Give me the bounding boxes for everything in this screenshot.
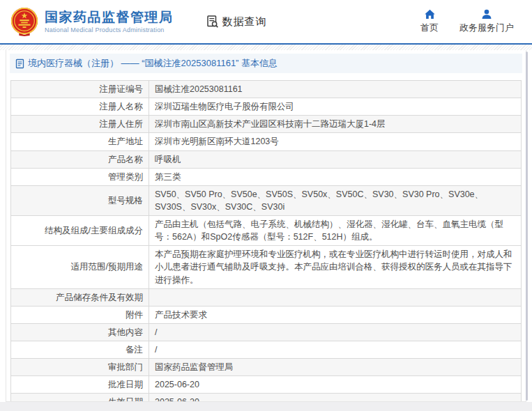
row-value: 深圳市光明新区南环大道1203号: [149, 133, 522, 150]
row-value-text: 第三类: [155, 172, 181, 182]
row-label-text: 审批部门: [108, 362, 143, 372]
row-label-text: 结构及组成/主要组成成分: [45, 226, 143, 235]
row-label: 结构及组成/主要组成成分: [11, 216, 149, 246]
row-label-text: 备注: [126, 345, 143, 355]
row-label-text: 附件: [126, 310, 143, 320]
row-value: [149, 288, 522, 306]
home-icon: [424, 9, 436, 20]
row-label: 注册人住所: [11, 116, 149, 133]
row-label-text: 生效日期: [108, 397, 143, 402]
row-label-text: 生产地址: [108, 137, 143, 146]
table-row: 产品储存条件及有效期: [11, 288, 522, 306]
header-nav: 首页 政务服务门户: [420, 9, 514, 34]
footer-strip: [0, 402, 532, 411]
row-label-text: 型号规格: [108, 196, 143, 206]
row-label-text: 批准日期: [108, 380, 143, 389]
row-label-text: 注册人住所: [100, 119, 144, 129]
row-value-text: 呼吸机: [155, 155, 181, 164]
row-value: 国家药品监督管理局: [149, 359, 522, 376]
table-row: 审批部门国家药品监督管理局: [11, 359, 522, 376]
row-label-text: 产品名称: [108, 155, 143, 164]
table-row: 其他内容/: [11, 323, 522, 341]
hatch-strip: [0, 45, 532, 50]
table-row: 生产地址深圳市光明新区南环大道1203号: [11, 133, 522, 150]
row-value-text: /: [155, 327, 157, 337]
nav-home-label: 首页: [420, 22, 439, 34]
row-value: 本产品预期在家庭护理环境和专业医疗机构，或在专业医疗机构中进行转运时使用，对成人…: [149, 246, 522, 288]
registration-info-table: 注册证编号国械注准20253081161注册人名称深圳迈瑞生物医疗电子股份有限公…: [10, 80, 522, 402]
row-value-text: 深圳市光明新区南环大道1203号: [155, 137, 279, 146]
row-label: 备注: [11, 341, 149, 359]
table-row: 管理类别第三类: [11, 168, 522, 185]
row-label-text: 其他内容: [108, 327, 143, 337]
row-value-text: /: [155, 345, 157, 355]
table-row: 批准日期2025-06-20: [11, 376, 522, 394]
row-label-text: 注册证编号: [100, 84, 144, 94]
info-table-body: 注册证编号国械注准20253081161注册人名称深圳迈瑞生物医疗电子股份有限公…: [11, 81, 522, 403]
row-label: 注册人名称: [11, 98, 149, 116]
nav-gov-portal-label: 政务服务门户: [459, 22, 514, 34]
row-label-text: 适用范围/预期用途: [71, 262, 143, 272]
vertical-scrollbar[interactable]: [526, 52, 528, 401]
row-label: 管理类别: [11, 168, 149, 185]
table-row: 产品名称呼吸机: [11, 150, 522, 168]
row-label: 适用范围/预期用途: [11, 246, 149, 288]
row-label-text: 管理类别: [108, 172, 143, 182]
row-label: 审批部门: [11, 359, 149, 376]
row-value: /: [149, 341, 522, 359]
user-icon: [481, 9, 492, 20]
row-value: 2025-06-20: [149, 394, 522, 402]
data-query-button[interactable]: 数据查询: [206, 15, 267, 29]
site-subtitle: National Medical Products Administration: [45, 26, 174, 33]
site-title: 国家药品监督管理局: [45, 10, 174, 25]
table-row: 注册人名称深圳迈瑞生物医疗电子股份有限公司: [11, 98, 522, 116]
nav-item-gov-portal[interactable]: 政务服务门户: [459, 9, 514, 34]
table-row: 注册证编号国械注准20253081161: [11, 81, 522, 98]
row-value-text: 产品技术要求: [155, 310, 207, 320]
document-icon: [15, 59, 24, 69]
row-label: 其他内容: [11, 323, 149, 341]
data-query-icon: [206, 15, 220, 29]
row-value-text: 2025-06-20: [155, 397, 199, 402]
row-value: SV50、SV50 Pro、SV50e、SV50S、SV50x、SV50C、SV…: [149, 185, 522, 215]
table-row: 适用范围/预期用途本产品预期在家庭护理环境和专业医疗机构，或在专业医疗机构中进行…: [11, 246, 522, 288]
row-value: 深圳迈瑞生物医疗电子股份有限公司: [149, 98, 522, 116]
row-value-text: 2025-06-20: [155, 380, 199, 389]
row-label: 产品名称: [11, 150, 149, 168]
row-value-text: 深圳迈瑞生物医疗电子股份有限公司: [155, 102, 294, 111]
row-label: 生产地址: [11, 133, 149, 150]
table-row: 备注/: [11, 341, 522, 359]
row-label: 生效日期: [11, 394, 149, 402]
row-value: 国械注准20253081161: [149, 81, 522, 98]
row-value: 2025-06-20: [149, 376, 522, 394]
row-value: 产品技术要求: [149, 306, 522, 323]
row-label-text: 注册人名称: [100, 102, 144, 111]
row-value: 呼吸机: [149, 150, 522, 168]
row-label: 附件: [11, 306, 149, 323]
row-value: 深圳市南山区高新技术产业园区科技南十二路迈瑞大厦1-4层: [149, 116, 522, 133]
table-row: 型号规格SV50、SV50 Pro、SV50e、SV50S、SV50x、SV50…: [11, 185, 522, 215]
national-emblem-logo: [10, 7, 39, 36]
row-label: 注册证编号: [11, 81, 149, 98]
data-query-label: 数据查询: [222, 15, 267, 29]
page-header: 国家药品监督管理局 National Medical Products Admi…: [0, 0, 532, 43]
row-label: 产品储存条件及有效期: [11, 288, 149, 306]
row-label: 批准日期: [11, 376, 149, 394]
site-title-block: 国家药品监督管理局 National Medical Products Admi…: [45, 10, 174, 34]
row-label-text: 产品储存条件及有效期: [56, 293, 143, 302]
table-row: 附件产品技术要求: [11, 306, 522, 323]
table-row: 注册人住所深圳市南山区高新技术产业园区科技南十二路迈瑞大厦1-4层: [11, 116, 522, 133]
row-value-text: SV50、SV50 Pro、SV50e、SV50S、SV50x、SV50C、SV…: [155, 189, 483, 212]
row-value-text: 国家药品监督管理局: [155, 362, 234, 372]
row-value-text: 本产品预期在家庭护理环境和专业医疗机构，或在专业医疗机构中进行转运时使用，对成人…: [155, 249, 512, 284]
table-row: 生效日期2025-06-20: [11, 394, 522, 402]
row-value: 第三类: [149, 168, 522, 185]
row-label: 型号规格: [11, 185, 149, 215]
row-value-text: 产品由主机（包括气路、电子系统、机械结构）、湿化器、湿化罐、台车、血氧主电缆（型…: [155, 219, 503, 242]
nav-item-home[interactable]: 首页: [420, 9, 439, 34]
breadcrumb-text: 境内医疗器械（注册） —— “国械注准20253081161” 基本信息: [28, 57, 278, 70]
row-value: 产品由主机（包括气路、电子系统、机械结构）、湿化器、湿化罐、台车、血氧主电缆（型…: [149, 216, 522, 246]
row-value: /: [149, 323, 522, 341]
row-value-text: 国械注准20253081161: [155, 84, 243, 94]
content-panel: 境内医疗器械（注册） —— “国械注准20253081161” 基本信息 注册证…: [6, 50, 526, 402]
